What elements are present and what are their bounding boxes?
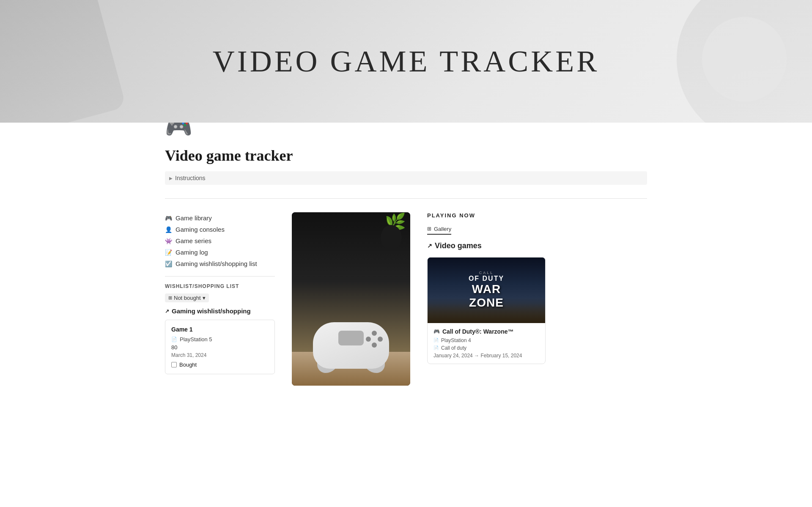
center-controller-image: 🌿 (292, 212, 410, 386)
sidebar-item-game-series[interactable]: 👾 Game series (165, 235, 275, 247)
sidebar-item-gaming-log[interactable]: 📝 Gaming log (165, 247, 275, 258)
left-nav: 🎮 Game library 👤 Gaming consoles 👾 Game … (165, 212, 275, 374)
wishlist-section-title: WISHLIST/SHOPPING LIST (165, 283, 275, 289)
content-area: 🎮 Video game tracker ▶ Instructions 🎮 Ga… (131, 114, 681, 386)
ps5-controller-shape (309, 310, 393, 373)
sidebar-label-gaming-consoles: Gaming consoles (176, 226, 225, 233)
controller-touchpad (338, 331, 364, 345)
main-layout: 🎮 Game library 👤 Gaming consoles 👾 Game … (165, 212, 647, 386)
game-card-doc-icon1: 📄 (433, 338, 439, 343)
video-games-link[interactable]: ↗ Video games (427, 241, 647, 250)
game-card-name: 🎮 Call of Duty®: Warzone™ (433, 328, 539, 335)
wishlist-card-doc-icon: 📄 (171, 337, 177, 342)
instructions-arrow-icon: ▶ (169, 176, 173, 181)
video-games-link-label: Video games (435, 241, 482, 250)
wishlist-card-price: 80 (171, 344, 269, 351)
playing-now-title: PLAYING NOW (427, 212, 647, 219)
wishlist-card-console: PlayStation 5 (180, 336, 212, 343)
sidebar-item-game-library[interactable]: 🎮 Game library (165, 212, 275, 224)
controller-photo: 🌿 (292, 212, 410, 386)
plant-decoration: 🌿 (359, 212, 410, 263)
game-card-controller-icon: 🎮 (433, 329, 440, 334)
controller-btn-top (372, 331, 377, 336)
page-title: Video game tracker (165, 147, 647, 164)
not-bought-filter[interactable]: ⊞ Not bought ▾ (165, 293, 209, 302)
wishlist-link-arrow-icon: ↗ (165, 308, 169, 314)
instructions-label: Instructions (175, 175, 206, 181)
bought-label: Bought (179, 362, 197, 368)
sidebar-item-gaming-wishlist[interactable]: ☑️ Gaming wishlist/shopping list (165, 258, 275, 269)
game-card-genre-row: 📄 Call of duty (433, 345, 539, 351)
section-divider (165, 198, 647, 199)
filter-chevron-icon: ▾ (203, 295, 206, 301)
filter-grid-icon: ⊞ (168, 295, 172, 301)
sidebar-item-gaming-consoles[interactable]: 👤 Gaming consoles (165, 224, 275, 235)
game-card-dates: January 24, 2024 → February 15, 2024 (433, 353, 539, 359)
cod-warzone-text: WAR (469, 282, 504, 296)
gaming-log-icon: 📝 (165, 249, 172, 256)
wishlist-card-bought-row: Bought (171, 362, 269, 368)
wishlist-link-label: Gaming wishlist/shopping (172, 307, 251, 315)
hero-title: VIDEO GAME TRACKER (213, 44, 600, 79)
gaming-consoles-icon: 👤 (165, 226, 172, 233)
plant-pot (381, 225, 402, 250)
game-card-info: 🎮 Call of Duty®: Warzone™ 📄 PlayStation … (428, 323, 545, 364)
video-games-arrow-icon: ↗ (427, 242, 432, 249)
controller-btn-right (378, 337, 383, 342)
game-card-name-text: Call of Duty®: Warzone™ (442, 328, 513, 335)
gaming-wishlist-link[interactable]: ↗ Gaming wishlist/shopping (165, 307, 275, 315)
hero-shape-right2 (702, 17, 787, 101)
right-panel: PLAYING NOW ⊞ Gallery ↗ Video games CALL… (427, 212, 647, 364)
wishlist-card-game-name: Game 1 (171, 326, 269, 333)
game-card-cover-image: CALL OF DUTY WAR ZONE (428, 258, 545, 323)
game-card-main: CALL OF DUTY WAR ZONE 🎮 Call of Duty®: W… (427, 257, 546, 364)
game-card-genre: Call of duty (441, 345, 466, 351)
sidebar-label-gaming-log: Gaming log (176, 249, 208, 256)
sidebar-label-game-series: Game series (176, 237, 211, 244)
bought-checkbox[interactable] (171, 362, 177, 367)
gallery-tab[interactable]: ⊞ Gallery (427, 226, 451, 235)
cod-zone-text: ZONE (469, 296, 504, 310)
instructions-toggle[interactable]: ▶ Instructions (165, 171, 647, 185)
game-card-console-row: 📄 PlayStation 4 (433, 337, 539, 343)
cod-call-text: CALL (469, 271, 504, 275)
gallery-tab-label: Gallery (434, 226, 451, 232)
hero-banner: VIDEO GAME TRACKER (0, 0, 812, 123)
controller-btn-left (366, 337, 371, 342)
game-series-icon: 👾 (165, 238, 172, 244)
sidebar-label-game-library: Game library (176, 214, 212, 222)
controller-btn-bottom (372, 343, 377, 348)
wishlist-card-date: March 31, 2024 (171, 352, 269, 358)
controller-body (313, 322, 389, 369)
hero-shape-left (0, 0, 126, 123)
filter-chip-label: Not bought (174, 295, 201, 301)
game-card-doc-icon2: 📄 (433, 345, 439, 350)
wishlist-card-console-row: 📄 PlayStation 5 (171, 336, 269, 343)
cod-title-area: CALL OF DUTY WAR ZONE (469, 271, 504, 310)
cod-of-duty-text: OF DUTY (469, 275, 504, 282)
gallery-grid-icon: ⊞ (427, 226, 431, 232)
game-library-icon: 🎮 (165, 215, 172, 222)
wishlist-game-card: Game 1 📄 PlayStation 5 80 March 31, 2024… (165, 320, 275, 374)
controller-buttons (366, 331, 383, 348)
game-card-console: PlayStation 4 (441, 337, 471, 343)
gaming-wishlist-icon: ☑️ (165, 260, 172, 267)
sidebar-label-gaming-wishlist: Gaming wishlist/shopping list (176, 260, 257, 267)
nav-divider (165, 276, 275, 277)
wishlist-section: WISHLIST/SHOPPING LIST ⊞ Not bought ▾ ↗ … (165, 283, 275, 374)
